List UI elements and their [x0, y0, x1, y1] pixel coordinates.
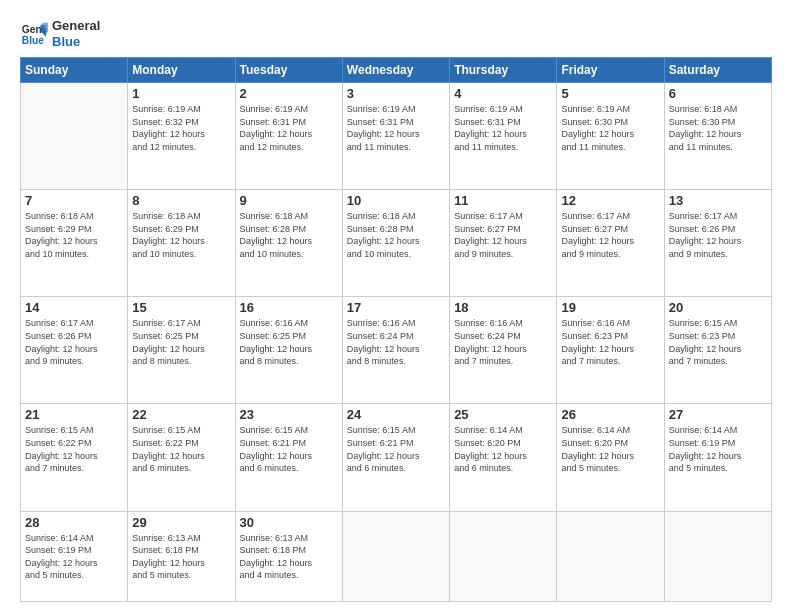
calendar-cell: 5Sunrise: 6:19 AM Sunset: 6:30 PM Daylig… — [557, 83, 664, 190]
day-info: Sunrise: 6:15 AM Sunset: 6:21 PM Dayligh… — [347, 424, 445, 474]
calendar-cell: 15Sunrise: 6:17 AM Sunset: 6:25 PM Dayli… — [128, 297, 235, 404]
day-number: 28 — [25, 515, 123, 530]
day-info: Sunrise: 6:17 AM Sunset: 6:26 PM Dayligh… — [669, 210, 767, 260]
calendar-cell — [557, 511, 664, 602]
day-info: Sunrise: 6:19 AM Sunset: 6:32 PM Dayligh… — [132, 103, 230, 153]
calendar-cell: 24Sunrise: 6:15 AM Sunset: 6:21 PM Dayli… — [342, 404, 449, 511]
day-info: Sunrise: 6:16 AM Sunset: 6:24 PM Dayligh… — [347, 317, 445, 367]
calendar-cell: 16Sunrise: 6:16 AM Sunset: 6:25 PM Dayli… — [235, 297, 342, 404]
calendar-cell — [450, 511, 557, 602]
day-number: 8 — [132, 193, 230, 208]
day-info: Sunrise: 6:17 AM Sunset: 6:26 PM Dayligh… — [25, 317, 123, 367]
day-number: 7 — [25, 193, 123, 208]
calendar-cell: 1Sunrise: 6:19 AM Sunset: 6:32 PM Daylig… — [128, 83, 235, 190]
day-info: Sunrise: 6:18 AM Sunset: 6:29 PM Dayligh… — [25, 210, 123, 260]
day-number: 1 — [132, 86, 230, 101]
calendar-cell: 30Sunrise: 6:13 AM Sunset: 6:18 PM Dayli… — [235, 511, 342, 602]
page: General Blue General Blue SundayMondayTu… — [0, 0, 792, 612]
day-number: 9 — [240, 193, 338, 208]
day-info: Sunrise: 6:13 AM Sunset: 6:18 PM Dayligh… — [240, 532, 338, 582]
calendar-weekday-thursday: Thursday — [450, 58, 557, 83]
day-number: 16 — [240, 300, 338, 315]
calendar-cell: 11Sunrise: 6:17 AM Sunset: 6:27 PM Dayli… — [450, 190, 557, 297]
day-info: Sunrise: 6:18 AM Sunset: 6:28 PM Dayligh… — [240, 210, 338, 260]
calendar-weekday-saturday: Saturday — [664, 58, 771, 83]
logo-icon: General Blue — [20, 20, 48, 48]
day-number: 29 — [132, 515, 230, 530]
header: General Blue General Blue — [20, 18, 772, 49]
day-info: Sunrise: 6:15 AM Sunset: 6:21 PM Dayligh… — [240, 424, 338, 474]
calendar-cell: 22Sunrise: 6:15 AM Sunset: 6:22 PM Dayli… — [128, 404, 235, 511]
calendar-week-row: 7Sunrise: 6:18 AM Sunset: 6:29 PM Daylig… — [21, 190, 772, 297]
day-info: Sunrise: 6:19 AM Sunset: 6:31 PM Dayligh… — [454, 103, 552, 153]
calendar-weekday-friday: Friday — [557, 58, 664, 83]
calendar-cell: 28Sunrise: 6:14 AM Sunset: 6:19 PM Dayli… — [21, 511, 128, 602]
calendar-cell — [21, 83, 128, 190]
day-number: 2 — [240, 86, 338, 101]
day-number: 21 — [25, 407, 123, 422]
day-number: 17 — [347, 300, 445, 315]
calendar-cell — [664, 511, 771, 602]
day-info: Sunrise: 6:19 AM Sunset: 6:30 PM Dayligh… — [561, 103, 659, 153]
calendar-table: SundayMondayTuesdayWednesdayThursdayFrid… — [20, 57, 772, 602]
calendar-cell: 10Sunrise: 6:18 AM Sunset: 6:28 PM Dayli… — [342, 190, 449, 297]
day-number: 3 — [347, 86, 445, 101]
day-info: Sunrise: 6:17 AM Sunset: 6:27 PM Dayligh… — [454, 210, 552, 260]
calendar-cell: 18Sunrise: 6:16 AM Sunset: 6:24 PM Dayli… — [450, 297, 557, 404]
calendar-cell: 3Sunrise: 6:19 AM Sunset: 6:31 PM Daylig… — [342, 83, 449, 190]
day-number: 24 — [347, 407, 445, 422]
day-info: Sunrise: 6:16 AM Sunset: 6:24 PM Dayligh… — [454, 317, 552, 367]
calendar-weekday-tuesday: Tuesday — [235, 58, 342, 83]
calendar-cell: 6Sunrise: 6:18 AM Sunset: 6:30 PM Daylig… — [664, 83, 771, 190]
day-info: Sunrise: 6:13 AM Sunset: 6:18 PM Dayligh… — [132, 532, 230, 582]
day-number: 10 — [347, 193, 445, 208]
day-info: Sunrise: 6:14 AM Sunset: 6:20 PM Dayligh… — [454, 424, 552, 474]
day-number: 14 — [25, 300, 123, 315]
day-number: 13 — [669, 193, 767, 208]
logo-text-line2: Blue — [52, 34, 100, 50]
calendar-cell: 12Sunrise: 6:17 AM Sunset: 6:27 PM Dayli… — [557, 190, 664, 297]
day-number: 6 — [669, 86, 767, 101]
day-number: 5 — [561, 86, 659, 101]
calendar-cell: 2Sunrise: 6:19 AM Sunset: 6:31 PM Daylig… — [235, 83, 342, 190]
day-number: 20 — [669, 300, 767, 315]
calendar-cell: 21Sunrise: 6:15 AM Sunset: 6:22 PM Dayli… — [21, 404, 128, 511]
day-info: Sunrise: 6:14 AM Sunset: 6:20 PM Dayligh… — [561, 424, 659, 474]
day-info: Sunrise: 6:17 AM Sunset: 6:27 PM Dayligh… — [561, 210, 659, 260]
day-info: Sunrise: 6:17 AM Sunset: 6:25 PM Dayligh… — [132, 317, 230, 367]
calendar-cell: 8Sunrise: 6:18 AM Sunset: 6:29 PM Daylig… — [128, 190, 235, 297]
day-info: Sunrise: 6:14 AM Sunset: 6:19 PM Dayligh… — [669, 424, 767, 474]
calendar-weekday-wednesday: Wednesday — [342, 58, 449, 83]
day-info: Sunrise: 6:19 AM Sunset: 6:31 PM Dayligh… — [347, 103, 445, 153]
calendar-header-row: SundayMondayTuesdayWednesdayThursdayFrid… — [21, 58, 772, 83]
day-info: Sunrise: 6:18 AM Sunset: 6:29 PM Dayligh… — [132, 210, 230, 260]
day-info: Sunrise: 6:18 AM Sunset: 6:30 PM Dayligh… — [669, 103, 767, 153]
calendar-cell: 14Sunrise: 6:17 AM Sunset: 6:26 PM Dayli… — [21, 297, 128, 404]
day-number: 4 — [454, 86, 552, 101]
day-info: Sunrise: 6:15 AM Sunset: 6:22 PM Dayligh… — [132, 424, 230, 474]
day-number: 27 — [669, 407, 767, 422]
day-number: 18 — [454, 300, 552, 315]
calendar-weekday-sunday: Sunday — [21, 58, 128, 83]
calendar-cell: 13Sunrise: 6:17 AM Sunset: 6:26 PM Dayli… — [664, 190, 771, 297]
day-info: Sunrise: 6:14 AM Sunset: 6:19 PM Dayligh… — [25, 532, 123, 582]
calendar-cell: 9Sunrise: 6:18 AM Sunset: 6:28 PM Daylig… — [235, 190, 342, 297]
calendar-cell: 17Sunrise: 6:16 AM Sunset: 6:24 PM Dayli… — [342, 297, 449, 404]
calendar-cell: 23Sunrise: 6:15 AM Sunset: 6:21 PM Dayli… — [235, 404, 342, 511]
calendar-week-row: 14Sunrise: 6:17 AM Sunset: 6:26 PM Dayli… — [21, 297, 772, 404]
day-info: Sunrise: 6:16 AM Sunset: 6:25 PM Dayligh… — [240, 317, 338, 367]
day-info: Sunrise: 6:15 AM Sunset: 6:23 PM Dayligh… — [669, 317, 767, 367]
day-number: 11 — [454, 193, 552, 208]
svg-text:Blue: Blue — [22, 35, 45, 46]
calendar-cell: 19Sunrise: 6:16 AM Sunset: 6:23 PM Dayli… — [557, 297, 664, 404]
calendar-cell: 25Sunrise: 6:14 AM Sunset: 6:20 PM Dayli… — [450, 404, 557, 511]
day-number: 15 — [132, 300, 230, 315]
calendar-cell: 20Sunrise: 6:15 AM Sunset: 6:23 PM Dayli… — [664, 297, 771, 404]
calendar-cell — [342, 511, 449, 602]
day-info: Sunrise: 6:16 AM Sunset: 6:23 PM Dayligh… — [561, 317, 659, 367]
calendar-week-row: 21Sunrise: 6:15 AM Sunset: 6:22 PM Dayli… — [21, 404, 772, 511]
calendar-week-row: 1Sunrise: 6:19 AM Sunset: 6:32 PM Daylig… — [21, 83, 772, 190]
day-number: 30 — [240, 515, 338, 530]
calendar-cell: 4Sunrise: 6:19 AM Sunset: 6:31 PM Daylig… — [450, 83, 557, 190]
day-number: 22 — [132, 407, 230, 422]
